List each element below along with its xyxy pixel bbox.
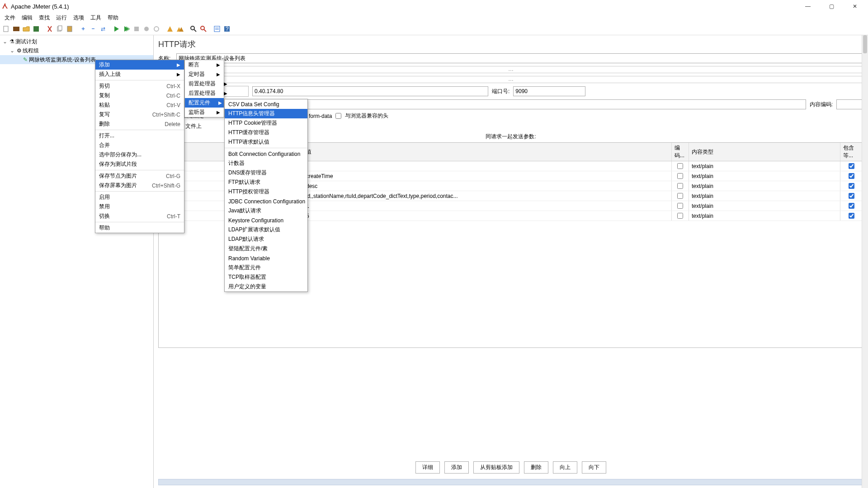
include-checkbox[interactable] bbox=[849, 183, 854, 189]
cell-value[interactable]: desc bbox=[303, 181, 672, 191]
collapse-icon[interactable]: － bbox=[89, 24, 98, 33]
delete-button[interactable]: 删除 bbox=[524, 461, 548, 474]
include-checkbox[interactable] bbox=[849, 193, 854, 199]
menu-item[interactable]: 保存节点为图片Ctrl-G bbox=[95, 171, 184, 181]
search-icon[interactable] bbox=[189, 24, 198, 33]
clear-all-icon[interactable] bbox=[175, 24, 184, 33]
menu-item[interactable]: 复制Ctrl-C bbox=[95, 91, 184, 100]
reset-search-icon[interactable] bbox=[199, 24, 208, 33]
menu-tools[interactable]: 工具 bbox=[88, 13, 104, 23]
encode-checkbox[interactable] bbox=[677, 173, 683, 179]
tree-root[interactable]: ⌄⚗ 测试计划 bbox=[0, 37, 153, 46]
encode-checkbox[interactable] bbox=[677, 193, 683, 199]
up-button[interactable]: 向上 bbox=[553, 461, 577, 474]
include-checkbox[interactable] bbox=[849, 203, 854, 209]
browser-compat-checkbox[interactable] bbox=[335, 113, 341, 119]
menu-item[interactable]: Keystore Configuration bbox=[225, 216, 307, 225]
menu-item[interactable]: HTTP信息头管理器 bbox=[225, 109, 307, 118]
cell-value[interactable] bbox=[303, 161, 672, 171]
menu-help[interactable]: 帮助 bbox=[105, 13, 121, 23]
tab-file[interactable]: 文件上 bbox=[185, 122, 202, 130]
detail-button[interactable]: 详细 bbox=[415, 461, 440, 474]
menu-item[interactable]: Random Variable bbox=[225, 253, 307, 263]
cell-ctype[interactable]: text/plain bbox=[689, 201, 840, 211]
context-menu-config[interactable]: CSV Data Set ConfigHTTP信息头管理器HTTP Cookie… bbox=[224, 99, 308, 292]
menu-item[interactable]: 后置处理器▶ bbox=[185, 89, 224, 98]
menu-item[interactable]: Bolt Connection Configuration bbox=[225, 149, 307, 159]
menu-item[interactable]: 插入上级▶ bbox=[95, 70, 184, 79]
menu-item[interactable]: FTP默认请求 bbox=[225, 178, 307, 187]
include-checkbox[interactable] bbox=[849, 163, 854, 169]
menu-item[interactable]: 计数器 bbox=[225, 159, 307, 168]
cell-value[interactable]: 1 bbox=[303, 201, 672, 211]
cell-ctype[interactable]: text/plain bbox=[689, 191, 840, 201]
tree-thread-group[interactable]: ⌄⚙ 线程组 bbox=[0, 46, 153, 55]
menu-item[interactable]: HTTP授权管理器 bbox=[225, 187, 307, 197]
menu-item[interactable]: HTTP缓存管理器 bbox=[225, 128, 307, 137]
menu-item[interactable]: 启用 bbox=[95, 192, 184, 202]
menu-item[interactable]: 保存屏幕为图片Ctrl+Shift-G bbox=[95, 181, 184, 190]
toggle-icon[interactable]: ⇄ bbox=[99, 24, 108, 33]
add-from-clipboard-button[interactable]: 从剪贴板添加 bbox=[473, 461, 519, 474]
encode-checkbox[interactable] bbox=[677, 183, 683, 189]
menu-item[interactable]: 添加▶ bbox=[95, 60, 184, 70]
menu-item[interactable]: DNS缓存管理器 bbox=[225, 168, 307, 178]
menu-options[interactable]: 选项 bbox=[71, 13, 87, 23]
clear-icon[interactable] bbox=[165, 24, 175, 33]
expand-icon[interactable]: ＋ bbox=[79, 24, 88, 33]
collapse-bar-2[interactable]: … bbox=[158, 76, 863, 83]
templates-icon[interactable] bbox=[12, 24, 21, 33]
menu-item[interactable]: 简单配置元件 bbox=[225, 263, 307, 272]
menu-item[interactable]: 登陆配置元件/素 bbox=[225, 244, 307, 253]
shutdown-icon[interactable] bbox=[142, 24, 151, 33]
menu-item[interactable]: HTTP请求默认值 bbox=[225, 137, 307, 147]
menu-item[interactable]: 用户定义的变量 bbox=[225, 282, 307, 291]
menu-item[interactable]: 保存为测试片段 bbox=[95, 160, 184, 169]
add-button[interactable]: 添加 bbox=[444, 461, 469, 474]
menu-item[interactable]: LDAP默认请求 bbox=[225, 235, 307, 244]
content-encoding-input[interactable] bbox=[836, 99, 863, 109]
maximize-icon[interactable]: ▢ bbox=[825, 2, 838, 11]
cell-value[interactable]: createTime bbox=[303, 171, 672, 181]
menu-item[interactable]: 删除Delete bbox=[95, 119, 184, 129]
help-icon[interactable]: ? bbox=[222, 24, 231, 33]
menu-item[interactable]: 禁用 bbox=[95, 202, 184, 211]
cut-icon[interactable] bbox=[45, 24, 54, 33]
open-icon[interactable] bbox=[22, 24, 31, 33]
start-notimers-icon[interactable] bbox=[122, 24, 131, 33]
menu-search[interactable]: 查找 bbox=[36, 13, 52, 23]
menu-item[interactable]: 定时器▶ bbox=[185, 70, 224, 79]
menu-item[interactable]: LDAP扩展请求默认值 bbox=[225, 225, 307, 235]
menu-item[interactable]: 帮助 bbox=[95, 223, 184, 233]
new-icon[interactable] bbox=[2, 24, 11, 33]
down-button[interactable]: 向下 bbox=[582, 461, 606, 474]
remote-stop-icon[interactable] bbox=[152, 24, 161, 33]
menu-item[interactable]: HTTP Cookie管理器 bbox=[225, 118, 307, 128]
scrollbar-thumb[interactable] bbox=[863, 35, 867, 53]
paste-icon[interactable] bbox=[65, 24, 74, 33]
menu-item[interactable]: 前置处理器▶ bbox=[185, 79, 224, 89]
menu-item[interactable]: 断言▶ bbox=[185, 60, 224, 70]
include-checkbox[interactable] bbox=[849, 173, 854, 179]
stop-icon[interactable] bbox=[132, 24, 141, 33]
menu-item[interactable]: 合并 bbox=[95, 141, 184, 150]
menu-item[interactable]: JDBC Connection Configuration bbox=[225, 197, 307, 206]
menu-item[interactable]: 切换Ctrl-T bbox=[95, 211, 184, 221]
menu-item[interactable]: Java默认请求 bbox=[225, 206, 307, 216]
cell-ctype[interactable]: text/plain bbox=[689, 161, 840, 171]
menu-item[interactable]: 选中部分保存为... bbox=[95, 150, 184, 160]
context-menu-main[interactable]: 添加▶插入上级▶剪切Ctrl-X复制Ctrl-C粘贴Ctrl-V复写Ctrl+S… bbox=[95, 60, 184, 233]
encode-checkbox[interactable] bbox=[677, 213, 683, 219]
collapse-bar-1[interactable]: … bbox=[158, 66, 863, 73]
vertical-scrollbar[interactable] bbox=[862, 35, 868, 488]
encode-checkbox[interactable] bbox=[677, 203, 683, 209]
port-input[interactable] bbox=[513, 86, 585, 96]
menu-item[interactable]: TCP取样器配置 bbox=[225, 272, 307, 282]
close-icon[interactable]: ✕ bbox=[848, 2, 862, 11]
save-icon[interactable] bbox=[32, 24, 41, 33]
start-icon[interactable] bbox=[112, 24, 121, 33]
menu-edit[interactable]: 编辑 bbox=[19, 13, 35, 23]
server-input[interactable] bbox=[252, 86, 488, 96]
menu-run[interactable]: 运行 bbox=[53, 13, 70, 23]
copy-icon[interactable] bbox=[55, 24, 64, 33]
